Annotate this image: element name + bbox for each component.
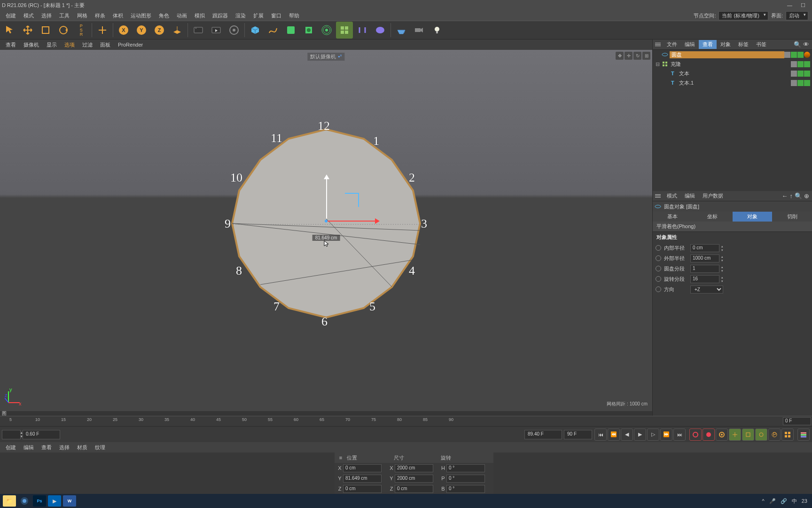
timeline-current-frame[interactable]: 0 F <box>783 417 811 425</box>
menu-mesh[interactable]: 网格 <box>73 11 91 20</box>
prop-input[interactable]: 1▴▾ <box>690 265 719 273</box>
key-rot-button[interactable] <box>755 429 767 441</box>
menu-character[interactable]: 角色 <box>155 11 173 20</box>
prop-radio[interactable] <box>656 286 661 292</box>
key-selection-button[interactable] <box>781 429 794 441</box>
frame-combo[interactable]: ▴▾ <box>2 430 21 439</box>
obj-menu-file[interactable]: 文件 <box>663 40 681 49</box>
vp-nav-zoom-icon[interactable]: ↻ <box>633 52 641 60</box>
pos-z-input[interactable]: 0 cm <box>343 485 382 493</box>
obj-menu-edit[interactable]: 编辑 <box>681 40 699 49</box>
tree-label[interactable]: 克隆 <box>670 61 791 68</box>
light-tool[interactable] <box>429 22 445 39</box>
vp-nav-pan-icon[interactable]: ✛ <box>625 52 632 60</box>
snap-tool[interactable] <box>354 22 371 39</box>
render-view-tool[interactable] <box>208 22 225 39</box>
vp-menu-view[interactable]: 查看 <box>2 40 20 49</box>
prop-input[interactable]: 0 cm▴▾ <box>690 244 719 252</box>
attr-menu-edit[interactable]: 编辑 <box>681 191 699 200</box>
tree-label[interactable]: 圆盘 <box>670 51 784 58</box>
attr-hamburger-icon[interactable] <box>653 194 663 198</box>
taskbar-explorer-icon[interactable]: 📁 <box>3 495 16 507</box>
menu-create[interactable]: 创建 <box>2 11 20 20</box>
attr-tab-basic[interactable]: 基本 <box>653 212 693 222</box>
attr-phong-tab[interactable]: 平滑着色(Phong) <box>653 222 812 232</box>
render-settings-tool[interactable] <box>190 22 207 39</box>
key-pos-button[interactable] <box>729 429 741 441</box>
prev-frame-button[interactable]: ◀ <box>621 429 633 441</box>
coord-hamburger-icon[interactable]: ≡ <box>335 455 347 460</box>
prop-radio[interactable] <box>656 245 661 251</box>
obj-hamburger-icon[interactable] <box>653 43 663 46</box>
play-button[interactable]: ▶ <box>634 429 646 441</box>
goto-start-button[interactable]: ⏮ <box>594 429 607 441</box>
taskbar-c4d-icon[interactable] <box>18 495 31 507</box>
timeline[interactable]: 51015202530354045505560657075808590 0 F <box>0 416 812 426</box>
menu-render[interactable]: 渲染 <box>232 11 250 20</box>
vp-menu-display[interactable]: 显示 <box>43 40 61 49</box>
tree-row-text[interactable]: T 文本 <box>653 69 812 78</box>
pos-y-input[interactable]: 81.649 cm <box>343 475 382 483</box>
last-tool[interactable] <box>94 22 111 39</box>
attr-tab-object[interactable]: 对象 <box>733 212 773 222</box>
menu-mode[interactable]: 模式 <box>20 11 38 20</box>
attr-search-icon[interactable]: 🔍 <box>795 192 802 199</box>
key-scale-button[interactable] <box>742 429 754 441</box>
key-param-button[interactable]: P <box>768 429 781 441</box>
obj-search-icon[interactable]: 🔍 <box>794 41 801 48</box>
menu-extensions[interactable]: 扩展 <box>250 11 267 20</box>
vp-menu-options[interactable]: 选项 <box>61 40 78 49</box>
tree-row-cloner[interactable]: ⊟ 克隆 <box>653 59 812 69</box>
mograph-tool[interactable] <box>336 22 353 39</box>
render-queue-tool[interactable] <box>226 22 242 39</box>
menu-volume[interactable]: 体积 <box>109 11 127 20</box>
size-y-input[interactable]: 2000 cm <box>395 475 433 483</box>
nodespace-combo[interactable]: 当前 (标准/物理) <box>718 11 768 20</box>
attr-tab-slice[interactable]: 切削 <box>772 212 812 222</box>
floor-tool[interactable] <box>393 22 410 39</box>
key-options-button[interactable] <box>716 429 728 441</box>
fields-tool[interactable] <box>318 22 335 39</box>
next-frame-button[interactable]: ▷ <box>647 429 659 441</box>
vp-menu-camera[interactable]: 摄像机 <box>20 40 43 49</box>
tree-expand-icon[interactable]: ⊟ <box>655 61 660 67</box>
origin-dot[interactable] <box>325 220 328 222</box>
attr-back-icon[interactable]: ← <box>782 192 788 199</box>
object-tree[interactable]: 圆盘 ⊟ 克隆 T 文本 T 文本.1 <box>653 50 812 191</box>
vp-menu-prorender[interactable]: ProRender <box>114 41 147 48</box>
vp-nav-grid-icon[interactable]: ⊞ <box>642 52 650 60</box>
live-select-tool[interactable] <box>1 22 18 39</box>
goto-prevkey-button[interactable]: ⏪ <box>608 429 620 441</box>
mat-select[interactable]: 选择 <box>55 443 73 452</box>
attr-tab-coord[interactable]: 坐标 <box>693 212 733 222</box>
menu-spline[interactable]: 样条 <box>91 11 109 20</box>
camera-tool[interactable] <box>411 22 428 39</box>
attr-lock-icon[interactable]: ⊕ <box>804 192 809 199</box>
menu-window[interactable]: 窗口 <box>267 11 285 20</box>
prop-input[interactable]: 1000 cm▴▾ <box>690 254 719 262</box>
tree-row-disc[interactable]: 圆盘 <box>653 50 812 59</box>
attr-menu-userdata[interactable]: 用户数据 <box>699 191 727 200</box>
deformer-tool[interactable] <box>300 22 317 39</box>
attr-up-icon[interactable]: ↑ <box>790 192 793 199</box>
plane-handle[interactable] <box>345 193 359 207</box>
pos-x-input[interactable]: 0 cm <box>343 464 382 472</box>
menu-tools[interactable]: 工具 <box>55 11 73 20</box>
taskbar-word-icon[interactable]: W <box>63 495 76 507</box>
obj-eye-icon[interactable]: 👁 <box>803 41 809 48</box>
menu-select[interactable]: 选择 <box>38 11 55 20</box>
psr-tool[interactable]: PSR <box>73 22 90 39</box>
rot-b-input[interactable]: 0 ° <box>446 485 485 493</box>
obj-menu-tags[interactable]: 标签 <box>734 40 752 49</box>
menu-mograph[interactable]: 运动图形 <box>127 11 155 20</box>
volume-tool[interactable] <box>372 22 389 39</box>
menu-tracker[interactable]: 跟踪器 <box>209 11 232 20</box>
cube-primitive-tool[interactable] <box>247 22 264 39</box>
timeline-ruler[interactable]: 51015202530354045505560657075808590 <box>0 416 782 426</box>
prop-radio[interactable] <box>656 276 661 282</box>
menu-simulate[interactable]: 模拟 <box>191 11 209 20</box>
taskbar-media-icon[interactable]: ▶ <box>48 495 61 507</box>
rot-p-input[interactable]: 0 ° <box>446 475 485 483</box>
mat-material[interactable]: 材质 <box>73 443 91 452</box>
mat-create[interactable]: 创建 <box>2 443 20 452</box>
